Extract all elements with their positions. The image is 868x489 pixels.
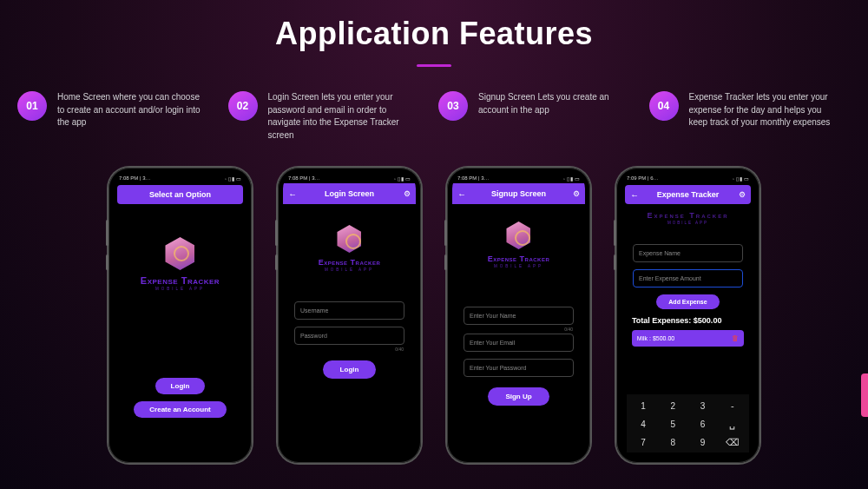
password-field[interactable]: Password <box>294 327 404 345</box>
feature-1-text: Home Screen where you can choose to crea… <box>57 91 205 129</box>
status-time: 7:08 PM | 3… <box>457 175 490 181</box>
back-icon[interactable]: ← <box>288 189 297 199</box>
char-counter: 0/40 <box>395 347 404 352</box>
status-icons: ◦ ▯ ▮ ▭ <box>225 175 241 182</box>
badge-01: 01 <box>17 91 47 121</box>
total-expenses: Total Expenses: $500.00 <box>632 316 721 325</box>
status-bar-4: 7:09 PM | 6… ◦ ▯ ▮ ▭ <box>621 173 754 183</box>
features-row: 01 Home Screen where you can choose to c… <box>0 67 868 142</box>
key-8[interactable]: 8 <box>660 434 687 450</box>
logo-subtitle: MOBILE APP <box>494 264 543 268</box>
tracker-header-title: Expense Tracker <box>657 190 720 199</box>
logo-block: Expense Tracker MOBILE APP <box>141 237 220 291</box>
signup-header-title: Signup Screen <box>491 189 546 198</box>
home-header: Select an Option <box>117 185 243 204</box>
logo-title: Expense Tracker <box>647 211 728 220</box>
create-account-button[interactable]: Create an Account <box>134 401 226 418</box>
signup-button[interactable]: Sign Up <box>488 387 549 406</box>
phone-login: 7:08 PM | 3… ◦ ▯ ▮ ▭ ← Login Screen ⚙ Ex… <box>278 168 421 463</box>
feature-3-text: Signup Screen Lets you create an account… <box>478 91 626 116</box>
feature-3: 03 Signup Screen Lets you create an acco… <box>438 91 641 142</box>
gear-icon[interactable]: ⚙ <box>739 190 746 199</box>
badge-02: 02 <box>228 91 258 121</box>
status-bar-2: 7:08 PM | 3… ◦ ▯ ▮ ▭ <box>283 173 416 183</box>
badge-03: 03 <box>438 91 468 121</box>
numeric-keypad: 1 2 3 - 4 5 6 ␣ 7 8 9 ⌫ <box>627 394 749 453</box>
back-icon[interactable]: ← <box>630 190 639 200</box>
status-bar-1: 7:08 PM | 3… ◦ ▯ ▮ ▭ <box>114 173 247 183</box>
feature-1: 01 Home Screen where you can choose to c… <box>17 91 220 142</box>
status-time: 7:09 PM | 6… <box>627 175 659 181</box>
status-bar-3: 7:08 PM | 3… ◦ ▯ ▮ ▭ <box>452 173 585 183</box>
feature-4: 04 Expense Tracker lets you enter your e… <box>649 91 852 142</box>
page-title: Application Features <box>0 16 868 52</box>
gear-icon[interactable]: ⚙ <box>404 189 411 198</box>
key-4[interactable]: 4 <box>629 416 657 432</box>
password-field[interactable]: Enter Your Password <box>464 359 574 377</box>
feature-4-text: Expense Tracker lets you enter your expe… <box>689 91 837 129</box>
key-1[interactable]: 1 <box>629 398 657 413</box>
key-space[interactable]: ␣ <box>719 416 746 432</box>
key-2[interactable]: 2 <box>660 398 687 413</box>
status-time: 7:08 PM | 3… <box>119 175 151 181</box>
key-7[interactable]: 7 <box>629 434 657 450</box>
name-field[interactable]: Enter Your Name <box>464 307 574 325</box>
status-icons: ◦ ▯ ▮ ▭ <box>563 175 580 182</box>
status-time: 7:08 PM | 3… <box>288 175 320 181</box>
logo-subtitle: MOBILE APP <box>667 221 708 225</box>
login-header: ← Login Screen ⚙ <box>283 183 416 204</box>
logo-subtitle: MOBILE APP <box>325 268 374 272</box>
expense-item-label: Milk : $500.00 <box>637 335 675 341</box>
email-field[interactable]: Enter Your Email <box>464 334 574 352</box>
key-9[interactable]: 9 <box>689 434 717 450</box>
signup-header: ← Signup Screen ⚙ <box>452 183 585 204</box>
trash-icon[interactable]: 🗑 <box>732 334 739 342</box>
phones-row: 7:08 PM | 3… ◦ ▯ ▮ ▭ Select an Option Ex… <box>0 168 868 463</box>
logo-block: Expense Tracker MOBILE APP <box>319 225 381 272</box>
back-icon[interactable]: ← <box>457 189 466 199</box>
tracker-header: ← Expense Tracker ⚙ <box>625 185 751 204</box>
logo-block: Expense Tracker MOBILE APP <box>647 206 728 225</box>
logo-title: Expense Tracker <box>141 275 220 286</box>
logo-block: Expense Tracker MOBILE APP <box>488 221 550 268</box>
login-submit-button[interactable]: Login <box>323 360 377 379</box>
logo-title: Expense Tracker <box>488 254 550 263</box>
logo-icon <box>165 237 194 270</box>
home-header-title: Select an Option <box>149 190 211 199</box>
key-backspace[interactable]: ⌫ <box>719 434 746 450</box>
key-5[interactable]: 5 <box>660 416 687 432</box>
feature-2: 02 Login Screen lets you enter your pass… <box>228 91 431 142</box>
expense-name-field[interactable]: Expense Name <box>633 244 743 262</box>
username-field[interactable]: Username <box>294 301 404 320</box>
name-counter: 0/40 <box>564 327 573 332</box>
login-header-title: Login Screen <box>325 189 374 198</box>
logo-icon <box>506 221 530 249</box>
phone-signup: 7:08 PM | 3… ◦ ▯ ▮ ▭ ← Signup Screen ⚙ E… <box>447 168 590 463</box>
status-icons: ◦ ▯ ▮ ▭ <box>733 175 749 182</box>
add-expense-button[interactable]: Add Expense <box>656 294 719 309</box>
key-minus[interactable]: - <box>719 398 746 413</box>
badge-04: 04 <box>649 91 679 121</box>
expense-item[interactable]: Milk : $500.00 🗑 <box>632 330 745 347</box>
gear-icon[interactable]: ⚙ <box>573 189 580 198</box>
login-button[interactable]: Login <box>155 378 206 394</box>
key-3[interactable]: 3 <box>689 398 717 413</box>
feature-2-text: Login Screen lets you enter your passwor… <box>268 91 416 142</box>
status-icons: ◦ ▯ ▮ ▭ <box>394 175 411 182</box>
logo-icon <box>337 225 361 253</box>
logo-title: Expense Tracker <box>319 258 381 267</box>
phone-tracker: 7:09 PM | 6… ◦ ▯ ▮ ▭ ← Expense Tracker ⚙… <box>616 168 760 463</box>
phone-home: 7:08 PM | 3… ◦ ▯ ▮ ▭ Select an Option Ex… <box>108 168 252 463</box>
logo-subtitle: MOBILE APP <box>155 287 205 291</box>
side-tab[interactable] <box>861 373 868 417</box>
expense-amount-field[interactable]: Enter Expense Amount <box>633 269 743 287</box>
key-6[interactable]: 6 <box>689 416 717 432</box>
